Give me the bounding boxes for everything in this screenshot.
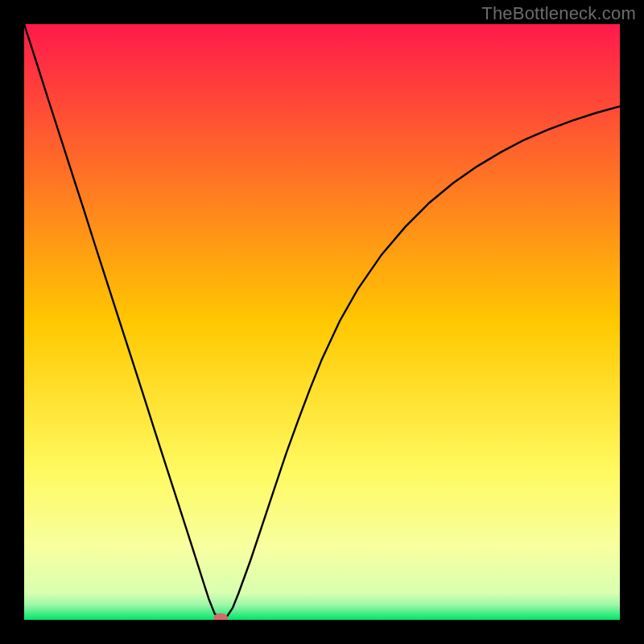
watermark-text: TheBottleneck.com: [481, 3, 636, 24]
gradient-background: [24, 24, 620, 620]
chart-frame: TheBottleneck.com: [0, 0, 644, 644]
plot-area: [24, 24, 620, 620]
chart-svg: [24, 24, 620, 620]
